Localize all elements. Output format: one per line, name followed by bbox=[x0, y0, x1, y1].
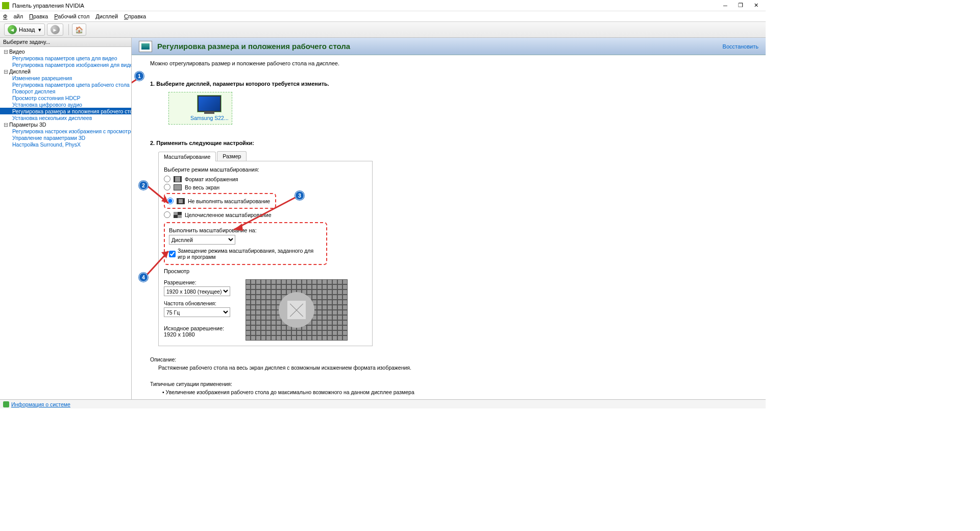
tree-item[interactable]: Установка цифрового аудио bbox=[0, 101, 131, 108]
menu-help[interactable]: Справка bbox=[124, 13, 146, 19]
tree-item[interactable]: Регулировка параметров цвета для видео bbox=[0, 55, 131, 61]
tree-cat-video[interactable]: ⊟Видео bbox=[0, 48, 131, 55]
resolution-select[interactable]: 1920 x 1080 (текущее) bbox=[164, 286, 230, 296]
nvidia-logo-icon bbox=[2, 2, 9, 9]
tree-item[interactable]: Регулировка параметров изображения для в… bbox=[0, 61, 131, 68]
step1-heading: 1. Выберите дисплей, параметры которого … bbox=[150, 81, 747, 87]
home-button[interactable]: 🏠 bbox=[72, 23, 86, 36]
window-title: Панель управления NVIDIA bbox=[12, 3, 718, 9]
preview-grid bbox=[246, 279, 348, 341]
status-bar: Информация о системе bbox=[0, 399, 766, 408]
close-button[interactable]: ✕ bbox=[748, 1, 764, 11]
annotation-badge-1: 1 bbox=[135, 71, 144, 81]
tab-size[interactable]: Размер bbox=[217, 151, 247, 161]
sidebar-header: Выберите задачу... bbox=[0, 38, 131, 47]
separator bbox=[68, 24, 69, 35]
home-icon: 🏠 bbox=[75, 26, 83, 34]
radio-input[interactable] bbox=[167, 198, 174, 204]
radio-input[interactable] bbox=[164, 184, 170, 190]
menu-file[interactable]: Файл bbox=[3, 13, 23, 19]
refresh-select[interactable]: 75 Гц bbox=[164, 307, 230, 317]
arrow-left-icon: ◄ bbox=[8, 25, 17, 34]
annotation-badge-3: 3 bbox=[295, 191, 304, 200]
content-pane: Регулировка размера и положения рабочего… bbox=[132, 38, 766, 399]
radio-fullscreen[interactable]: Во весь экран bbox=[164, 184, 367, 190]
tree-item[interactable]: Изменение разрешения bbox=[0, 75, 131, 81]
resolution-label: Разрешение: bbox=[164, 279, 230, 285]
forward-button[interactable]: ► bbox=[47, 23, 63, 36]
native-res-value: 1920 x 1080 bbox=[164, 331, 230, 337]
page-header-icon bbox=[139, 41, 152, 52]
tree-item[interactable]: Настройка Surround, PhysX bbox=[0, 141, 131, 148]
nav-bar: ◄ Назад ▾ ► 🏠 bbox=[0, 21, 766, 38]
tree-item[interactable]: Регулировка настроек изображения с просм… bbox=[0, 128, 131, 134]
aspect-icon bbox=[174, 176, 182, 182]
menu-desktop[interactable]: Рабочий стол bbox=[54, 13, 89, 19]
perform-label: Выполнить масштабирование на: bbox=[169, 227, 322, 233]
integer-icon bbox=[174, 212, 182, 218]
override-checkbox[interactable] bbox=[169, 251, 176, 257]
typical-item: • Увеличение изображения рабочего стола … bbox=[162, 389, 747, 395]
tree-item[interactable]: Поворот дисплея bbox=[0, 88, 131, 94]
task-tree: ⊟Видео Регулировка параметров цвета для … bbox=[0, 47, 131, 399]
radio-integer[interactable]: Целочисленное масштабирование bbox=[164, 211, 367, 218]
override-checkbox-row[interactable]: Замещение режима масштабирования, заданн… bbox=[169, 248, 322, 260]
tab-scaling[interactable]: Масштабирование bbox=[158, 152, 216, 161]
native-res-label: Исходное разрешение: bbox=[164, 325, 230, 331]
settings-tabs: Масштабирование Размер Выберите режим ма… bbox=[158, 151, 373, 346]
back-button[interactable]: ◄ Назад ▾ bbox=[4, 23, 45, 36]
system-info-link[interactable]: Информация о системе bbox=[11, 401, 70, 407]
annotation-badge-4: 4 bbox=[139, 273, 148, 282]
menu-edit[interactable]: Правка bbox=[29, 13, 48, 19]
radio-aspect[interactable]: Формат изображения bbox=[164, 176, 367, 182]
title-bar: Панель управления NVIDIA ─ ❐ ✕ bbox=[0, 0, 766, 11]
monitor-item[interactable]: Samsung S22... bbox=[190, 95, 229, 121]
annotation-highlight-1: Не выполнять масштабирование bbox=[164, 193, 276, 209]
desc-text: Растяжение рабочего стола на весь экран … bbox=[158, 365, 747, 371]
tree-item-selected[interactable]: Регулировка размера и положения рабочего… bbox=[0, 108, 131, 114]
monitor-label: Samsung S22... bbox=[190, 115, 229, 121]
monitor-selection: Samsung S22... bbox=[168, 92, 232, 125]
tree-cat-display[interactable]: ⊟Дисплей bbox=[0, 68, 131, 75]
tree-item[interactable]: Управление параметрами 3D bbox=[0, 134, 131, 141]
step2-heading: 2. Применить следующие настройки: bbox=[150, 140, 747, 146]
preview-label: Просмотр bbox=[164, 268, 367, 274]
chevron-down-icon: ▾ bbox=[38, 27, 41, 33]
perform-on-select[interactable]: Дисплей bbox=[169, 235, 235, 245]
annotation-badge-2: 2 bbox=[139, 181, 148, 190]
radio-no-scaling[interactable]: Не выполнять масштабирование bbox=[167, 198, 273, 204]
preview-shape-icon bbox=[279, 292, 314, 328]
minimize-button[interactable]: ─ bbox=[718, 1, 733, 11]
intro-text: Можно отрегулировать размер и положение … bbox=[150, 60, 747, 66]
task-sidebar: Выберите задачу... ⊟Видео Регулировка па… bbox=[0, 38, 132, 399]
tree-item[interactable]: Установка нескольких дисплеев bbox=[0, 114, 131, 121]
menu-display[interactable]: Дисплей bbox=[95, 13, 118, 19]
restore-defaults-link[interactable]: Восстановить bbox=[723, 43, 758, 50]
back-label: Назад bbox=[19, 27, 35, 33]
radio-input[interactable] bbox=[164, 211, 170, 218]
refresh-label: Частота обновления: bbox=[164, 300, 230, 306]
annotation-highlight-2: Выполнить масштабирование на: Дисплей За… bbox=[164, 222, 327, 265]
page-title: Регулировка размера и положения рабочего… bbox=[157, 42, 723, 51]
no-scaling-icon bbox=[177, 198, 185, 204]
tree-item[interactable]: Просмотр состояния HDCP bbox=[0, 94, 131, 101]
monitor-icon bbox=[198, 95, 221, 112]
mode-label: Выберите режим масштабирования: bbox=[164, 166, 367, 173]
page-header: Регулировка размера и положения рабочего… bbox=[132, 38, 766, 55]
typical-heading: Типичные ситуации применения: bbox=[150, 381, 747, 387]
tree-item[interactable]: Регулировка параметров цвета рабочего ст… bbox=[0, 81, 131, 88]
tree-cat-3d[interactable]: ⊟Параметры 3D bbox=[0, 121, 131, 128]
info-icon bbox=[3, 401, 9, 407]
maximize-button[interactable]: ❐ bbox=[733, 1, 748, 11]
menu-bar: Файл Правка Рабочий стол Дисплей Справка bbox=[0, 11, 766, 21]
desc-heading: Описание: bbox=[150, 356, 747, 363]
arrow-right-icon: ► bbox=[51, 25, 60, 34]
radio-input[interactable] bbox=[164, 176, 170, 182]
fullscreen-icon bbox=[174, 184, 182, 190]
